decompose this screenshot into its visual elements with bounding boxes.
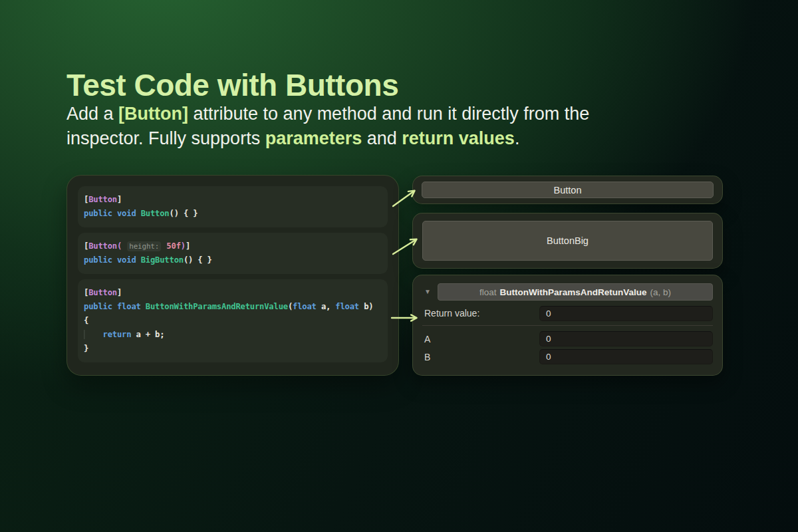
- code-block: [Button]public float ButtonWithParamsAnd…: [78, 279, 388, 362]
- buttonbig-run-button[interactable]: ButtonBig: [422, 221, 713, 261]
- code-line: public float ButtonWithParamsAndReturnVa…: [84, 300, 382, 314]
- code-line: [Button]: [84, 286, 382, 300]
- code-line: return a + b;: [84, 328, 382, 342]
- param-a-row: A 0: [422, 331, 713, 347]
- param-a-label: A: [422, 334, 539, 344]
- param-b-value: 0: [546, 352, 551, 362]
- return-value-row: Return value: 0: [422, 305, 713, 322]
- desc-highlight-button-attr: [Button]: [118, 104, 188, 124]
- desc-text: .: [515, 128, 520, 148]
- code-blocks: [Button]public void Button() { }[Button(…: [78, 186, 388, 362]
- code-line: [Button( height: 50f)]: [84, 239, 382, 253]
- foldout-triangle-icon[interactable]: ▼: [424, 289, 433, 295]
- desc-text: attribute to any method and run it direc…: [188, 104, 589, 124]
- description-line-1: Add a [Button] attribute to any method a…: [66, 102, 705, 126]
- code-line: }: [84, 342, 382, 356]
- param-b-label: B: [422, 352, 539, 362]
- inspector-panel-params: ▼ float ButtonWithParamsAndRetunValue (a…: [412, 275, 723, 376]
- inspector-panel-buttonbig: ButtonBig: [412, 213, 723, 269]
- method-params-label: (a, b): [650, 287, 672, 297]
- code-line: public void Button() { }: [84, 207, 382, 221]
- code-line: {: [84, 314, 382, 328]
- params-header-row: ▼ float ButtonWithParamsAndRetunValue (a…: [422, 283, 713, 301]
- param-b-field[interactable]: 0: [539, 349, 713, 364]
- desc-highlight-parameters: parameters: [265, 128, 362, 148]
- param-a-value: 0: [546, 334, 551, 344]
- method-name-label: ButtonWithParamsAndRetunValue: [499, 287, 646, 297]
- return-value-field[interactable]: 0: [539, 306, 713, 321]
- desc-highlight-return-values: return values: [402, 128, 515, 148]
- code-block: [Button]public void Button() { }: [78, 186, 388, 227]
- param-b-row: B 0: [422, 348, 713, 365]
- return-value-text: 0: [546, 309, 551, 319]
- desc-text: and: [362, 128, 402, 148]
- divider: [422, 325, 713, 326]
- page-background: Test Code with Buttons Add a [Button] at…: [0, 0, 798, 532]
- params-method-run-button[interactable]: float ButtonWithParamsAndRetunValue (a, …: [438, 283, 713, 301]
- description-line-2: inspector. Fully supports parameters and…: [66, 126, 705, 151]
- page-title: Test Code with Buttons: [66, 67, 398, 103]
- return-type-label: float: [479, 287, 497, 297]
- code-line: public void BigButton() { }: [84, 253, 382, 267]
- code-panel: [Button]public void Button() { }[Button(…: [66, 175, 399, 376]
- desc-text: Add a: [66, 104, 118, 124]
- code-block: [Button( height: 50f)]public void BigBut…: [78, 233, 388, 274]
- code-line: [Button]: [84, 193, 382, 207]
- page-description: Add a [Button] attribute to any method a…: [66, 102, 705, 151]
- button-run-button[interactable]: Button: [422, 182, 714, 198]
- desc-text: inspector. Fully supports: [66, 128, 265, 148]
- param-a-field[interactable]: 0: [539, 331, 713, 346]
- return-value-label: Return value:: [422, 308, 539, 319]
- inspector-panel-button: Button: [412, 176, 723, 204]
